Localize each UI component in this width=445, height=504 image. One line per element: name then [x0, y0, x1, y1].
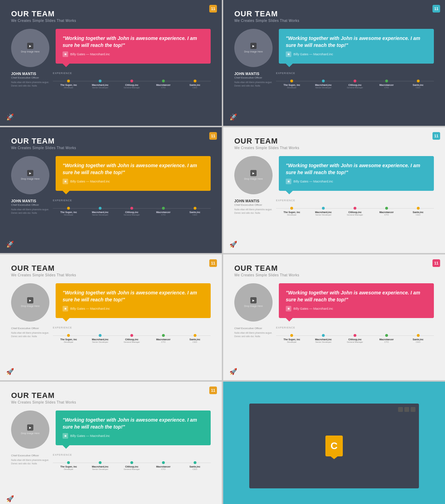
quote-box: "Working together with John is awesome e…	[56, 410, 211, 445]
exp-label: EXPERIENCE	[276, 326, 434, 329]
avatar: Drop Image Here	[11, 283, 49, 322]
quote-author: ▣ Billy Gates — Macrohard.inc	[286, 306, 427, 311]
exp-company: Citiloop,inc	[348, 211, 362, 213]
exp-role: Senior Developer	[315, 214, 331, 216]
exp-timeline: The Super, inc Developer Macrohard,inc S…	[53, 203, 211, 216]
exp-dot	[162, 80, 165, 82]
exp-item: Citiloop,inc General Manager	[116, 461, 148, 470]
person-role: Chief Excecutive Officer	[11, 203, 49, 206]
exp-role: Senior Developer	[315, 87, 331, 89]
rocket-icon: 🚀	[6, 113, 14, 121]
person-role: Chief Excecutive Officer	[234, 327, 273, 330]
exp-dot	[322, 207, 325, 210]
slide-subtitle: We Creates Simple Slides That Works	[11, 400, 211, 404]
exp-dot	[417, 207, 420, 210]
exp-dot	[290, 207, 293, 210]
avatar-play-icon	[250, 43, 257, 49]
exp-company: Macrolancer	[379, 84, 394, 86]
quote-author: ▣ Billy Gates — Macrohard.inc	[63, 306, 204, 311]
exp-item: Macrolancer CTO	[371, 207, 402, 216]
slide-8: C	[223, 382, 445, 504]
exp-timeline: The Super, inc Developer Macrohard,inc S…	[276, 331, 434, 343]
exp-item: Macrolancer CTO	[371, 80, 402, 89]
bottom-section: JOHN MANTIS Chief Excecutive Officer Nul…	[234, 72, 434, 89]
exp-role: CEO	[416, 341, 420, 343]
quote-author: ▣ Billy Gates — Macrohard.inc	[286, 179, 427, 184]
exp-company: Sante,inc	[189, 211, 200, 213]
exp-dot	[67, 80, 70, 82]
exp-item: Sante,inc CEO	[179, 80, 211, 89]
exp-dot	[130, 334, 133, 337]
quote-author: ▣ Billy Gates — Macrohard.inc	[63, 433, 204, 439]
exp-item: Citiloop,inc General Manager	[116, 80, 148, 89]
exp-company: The Super, inc	[60, 84, 77, 86]
exp-company: Macrolancer	[379, 211, 394, 213]
slide-3: 11 OUR TEAM We Creates Simple Slides Tha…	[0, 127, 222, 253]
avatar-label: Drop Image Here	[244, 50, 263, 53]
exp-role: CTO	[161, 341, 166, 343]
exp-role: Developer	[287, 341, 297, 343]
slide-subtitle: We Creates Simple Slides That Works	[234, 273, 434, 277]
author-icon: ▣	[63, 306, 68, 311]
exp-timeline: The Super, inc Developer Macrohard,inc S…	[276, 203, 434, 216]
exp-company: The Super, inc	[283, 84, 300, 86]
exp-dot	[194, 207, 196, 210]
slide-1: 11 OUR TEAM We Creates Simple Slides Tha…	[0, 0, 222, 126]
slide-badge: 11	[432, 259, 440, 267]
exp-timeline: The Super, inc Developer Macrohard,inc S…	[53, 76, 211, 89]
rocket-icon: 🚀	[229, 368, 237, 375]
exp-dot	[162, 207, 165, 210]
exp-role: General Manager	[124, 341, 140, 343]
exp-dot	[354, 207, 356, 210]
exp-dot	[322, 80, 325, 82]
slide-4: 11 OUR TEAM We Creates Simple Slides Tha…	[223, 127, 445, 253]
quote-text: "Working together with John is awesome e…	[286, 290, 427, 303]
exp-item: Citiloop,inc General Manager	[339, 80, 371, 89]
exp-item: Sante,inc CEO	[179, 207, 211, 216]
exp-label: EXPERIENCE	[53, 199, 211, 202]
content-area: Drop Image Here "Working together with J…	[234, 283, 434, 322]
slide-subtitle: We Creates Simple Slides That Works	[234, 19, 434, 23]
slide-subtitle: We Creates Simple Slides That Works	[11, 19, 211, 23]
exp-company: Sante,inc	[413, 211, 423, 213]
avatar: Drop Image Here	[234, 29, 273, 67]
avatar-label: Drop Image Here	[21, 177, 40, 180]
exp-role: Senior Developer	[315, 341, 331, 343]
avatar: Drop Image Here	[234, 156, 273, 194]
rocket-icon: 🚀	[6, 241, 14, 248]
exp-item: The Super, inc Developer	[276, 80, 308, 89]
exp-item: Sante,inc CEO	[179, 461, 211, 470]
avatar-label: Drop Image Here	[21, 304, 40, 308]
exp-timeline: The Super, inc Developer Macrohard,inc S…	[276, 76, 434, 89]
exp-item: Macrohard,inc Senior Developer	[308, 334, 339, 343]
author-icon: ▣	[286, 51, 291, 57]
person-desc: Nulla vitae elit libero pharestra augue.…	[234, 208, 273, 215]
exp-company: Sante,inc	[413, 338, 423, 341]
slide-badge: 11	[209, 5, 217, 13]
quote-box: "Working together with John is awesome e…	[279, 156, 434, 191]
exp-label: EXPERIENCE	[53, 454, 211, 456]
slide-subtitle: We Creates Simple Slides That Works	[11, 273, 211, 277]
exp-role: CTO	[385, 87, 389, 89]
slide-badge: 11	[209, 387, 217, 394]
exp-company: Sante,inc	[189, 338, 200, 341]
author-icon: ▣	[63, 433, 68, 439]
exp-role: CTO	[161, 87, 166, 89]
rocket-icon: 🚀	[229, 113, 237, 121]
author-icon: ▣	[286, 179, 291, 184]
exp-dot	[417, 80, 420, 82]
avatar-play-icon	[250, 170, 257, 176]
exp-dot	[130, 461, 133, 464]
preview-small-badge	[411, 407, 415, 412]
exp-role: General Manager	[347, 87, 363, 89]
quote-box: "Working together with John is awesome e…	[56, 29, 211, 64]
exp-item: The Super, inc Developer	[276, 207, 308, 216]
exp-item: Citiloop,inc General Manager	[339, 207, 371, 216]
experience-section: EXPERIENCE The Super, inc Developer Macr…	[276, 72, 434, 89]
content-area: Drop Image Here "Working together with J…	[11, 156, 211, 194]
person-desc: Nulla vitae elit libero pharestra augue.…	[11, 81, 49, 88]
exp-item: The Super, inc Developer	[276, 334, 308, 343]
exp-company: Macrohard,inc	[315, 84, 332, 86]
experience-section: EXPERIENCE The Super, inc Developer Macr…	[53, 199, 211, 216]
person-name: JOHN MANTIS	[234, 72, 273, 76]
